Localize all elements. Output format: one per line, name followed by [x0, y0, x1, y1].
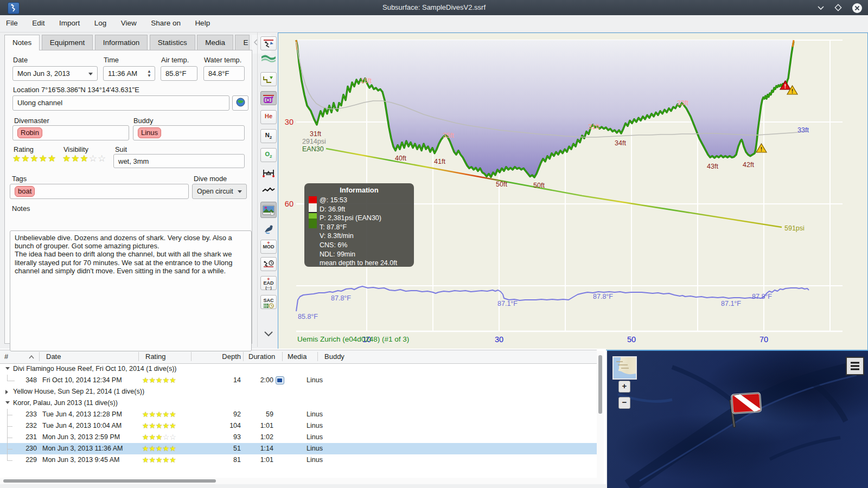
profile-markers-icon[interactable]: [260, 72, 277, 86]
ead-icon[interactable]: +EAD(···): [260, 276, 277, 290]
media-icon[interactable]: [276, 376, 284, 384]
tab-statistics[interactable]: Statistics: [150, 35, 195, 50]
dive-row[interactable]: 229 Mon Jun 3, 2013 9:45 AM ★★★★★ 81 1:0…: [0, 454, 597, 466]
time-field[interactable]: 11:36 AM ▲▼: [103, 66, 155, 81]
dive-site-map[interactable]: + −: [607, 350, 868, 488]
diver-icon[interactable]: [260, 222, 277, 236]
divemaster-field[interactable]: Robin: [12, 125, 129, 140]
dive-list-vertical-scrollbar[interactable]: [597, 351, 604, 484]
svg-text:87.8°F: 87.8°F: [752, 293, 772, 300]
tab-information[interactable]: Information: [95, 35, 148, 50]
heart-rate-icon[interactable]: [260, 184, 277, 198]
show-ceiling-icon[interactable]: [260, 91, 277, 105]
ruler-icon[interactable]: [260, 166, 277, 180]
tab-equipment[interactable]: Equipment: [42, 35, 93, 50]
minimize-icon[interactable]: [816, 3, 826, 12]
col-number[interactable]: #: [4, 352, 8, 361]
date-field[interactable]: Mon Jun 3, 2013: [12, 66, 98, 81]
nitrogen-graph-icon[interactable]: N2: [260, 129, 277, 143]
dive-profile-chart[interactable]: 30601030507015ft31ft2914psiEAN3040ft41ft…: [278, 33, 868, 350]
expander-icon[interactable]: [5, 367, 10, 370]
waves-icon[interactable]: [260, 52, 277, 66]
maximize-icon[interactable]: [833, 3, 843, 12]
dive-flag-marker[interactable]: [716, 383, 775, 432]
globe-button[interactable]: [232, 95, 248, 111]
trip-row[interactable]: Divi Flamingo House Reef, Fri Oct 10, 20…: [0, 363, 597, 375]
visibility-stars[interactable]: ★★★☆☆: [62, 153, 106, 164]
menu-edit[interactable]: Edit: [26, 15, 50, 27]
sac-icon[interactable]: SAC: [260, 295, 277, 309]
col-buddy[interactable]: Buddy: [324, 352, 344, 361]
tag-chip[interactable]: boat: [15, 186, 35, 197]
svg-text:35ft: 35ft: [443, 132, 454, 139]
svg-text:43ft: 43ft: [707, 163, 718, 170]
window-title: Subsurface: SampleDivesV2.ssrf: [0, 3, 868, 11]
show-photos-icon[interactable]: [260, 202, 277, 218]
location-field[interactable]: Ulong channel: [12, 95, 229, 111]
dive-row[interactable]: 233 Tue Jun 4, 2013 12:28 PM ★★★★★ 92 59…: [0, 409, 597, 420]
divemaster-chip[interactable]: Robin: [17, 127, 42, 138]
deco-time-icon[interactable]: [260, 257, 277, 271]
menu-log[interactable]: Log: [88, 15, 113, 27]
col-depth[interactable]: Depth: [195, 352, 241, 361]
dive-list-horizontal-scrollbar[interactable]: [0, 478, 597, 484]
tab-extra[interactable]: E: [235, 35, 250, 50]
dive-row[interactable]: 231 Mon Jun 3, 2013 2:59 PM ★★★☆☆ 93 1:0…: [0, 432, 597, 443]
map-zoom-in-button[interactable]: +: [618, 381, 630, 393]
scrollbar-thumb[interactable]: [598, 355, 602, 414]
map-zoom-out-button[interactable]: −: [618, 397, 630, 409]
menu-bar: File Edit Import Log View Share on Help: [0, 15, 868, 33]
svg-text:EAN30: EAN30: [302, 145, 324, 153]
globe-icon: [236, 98, 245, 107]
svg-text:40ft: 40ft: [395, 155, 406, 162]
col-media[interactable]: Media: [288, 352, 307, 361]
scroll-down-icon[interactable]: [260, 328, 277, 342]
mod-icon[interactable]: +MOD: [260, 240, 277, 254]
close-icon[interactable]: [852, 3, 861, 12]
menu-help[interactable]: Help: [189, 15, 216, 27]
notes-label: Notes: [12, 204, 30, 213]
rating-stars[interactable]: ★★★★★: [12, 153, 56, 164]
trip-row[interactable]: Yellow House, Sun Sep 21, 2014 (1 dive(s…: [0, 386, 597, 397]
air-temp-field[interactable]: 85.8°F: [161, 66, 197, 81]
suit-field[interactable]: wet, 3mm: [113, 154, 245, 168]
menu-file[interactable]: File: [0, 15, 24, 27]
trip-row[interactable]: Koror, Palau, Jun 2013 (11 dive(s)): [0, 397, 597, 409]
dive-computer-download-icon[interactable]: [260, 36, 277, 50]
time-label: Time: [104, 56, 119, 64]
map-layers-button[interactable]: [846, 357, 864, 375]
col-date[interactable]: Date: [46, 352, 61, 361]
buddy-chip[interactable]: Linus: [138, 127, 161, 138]
svg-text:!: !: [792, 88, 793, 94]
menu-share-on[interactable]: Share on: [145, 15, 187, 27]
dive-mode-select[interactable]: Open circuit: [192, 184, 247, 199]
svg-text:NDL: 99min: NDL: 99min: [320, 251, 355, 258]
oxygen-graph-icon[interactable]: O2: [260, 148, 277, 162]
col-rating[interactable]: Rating: [145, 352, 166, 361]
spinner-icons[interactable]: ▲▼: [147, 69, 151, 78]
svg-text:CNS: 6%: CNS: 6%: [320, 241, 347, 249]
tab-media[interactable]: Media: [197, 35, 233, 50]
tab-notes[interactable]: Notes: [4, 35, 40, 50]
scrollbar-thumb[interactable]: [3, 479, 216, 483]
col-duration[interactable]: Duration: [248, 352, 275, 361]
expander-icon[interactable]: [5, 390, 8, 394]
svg-text:P: 2,381psi (EAN30): P: 2,381psi (EAN30): [320, 214, 381, 222]
menu-view[interactable]: View: [115, 15, 143, 27]
overview-map-thumbnail[interactable]: [612, 356, 637, 380]
svg-text:87.1°F: 87.1°F: [721, 300, 741, 307]
dive-row[interactable]: 232 Tue Jun 4, 2013 10:04 AM ★★★★★ 104 1…: [0, 420, 597, 432]
water-temp-field[interactable]: 84.8°F: [203, 66, 245, 81]
svg-text:D: 36.9ft: D: 36.9ft: [320, 206, 346, 213]
svg-text:60: 60: [285, 200, 293, 208]
dive-row[interactable]: 348 Fri Oct 10, 2014 12:34 PM ★★★★★ 14 2…: [0, 375, 597, 386]
svg-text:!: !: [761, 146, 762, 152]
visibility-label: Visibility: [63, 145, 88, 153]
notes-textarea[interactable]: Unbelievable dive. Dozens and dozens of …: [10, 230, 252, 351]
expander-icon[interactable]: [5, 401, 10, 404]
menu-import[interactable]: Import: [53, 15, 86, 27]
dive-row-selected[interactable]: 230 Mon Jun 3, 2013 11:36 AM ★★★★★ 51 1:…: [0, 443, 597, 454]
helium-graph-icon[interactable]: He: [260, 110, 277, 124]
buddy-field[interactable]: Linus: [133, 125, 245, 140]
tags-field[interactable]: boat: [10, 184, 189, 199]
